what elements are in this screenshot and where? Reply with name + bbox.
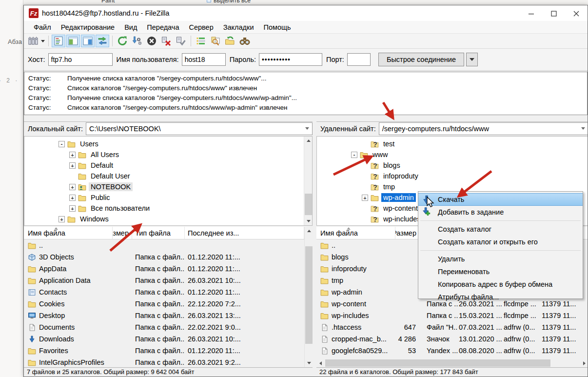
file-type-cell: Папка с ... — [420, 312, 458, 319]
toggle-remote-tree-button[interactable] — [81, 35, 95, 47]
toggle-queue-button[interactable] — [96, 35, 109, 47]
disconnect-button[interactable] — [159, 35, 173, 47]
quickconnect-button[interactable]: Быстрое соединение — [378, 53, 464, 66]
site-manager-button[interactable] — [27, 35, 45, 47]
scrollbar-thumb[interactable] — [325, 359, 550, 367]
tree-item-users[interactable]: -Users — [24, 139, 303, 149]
menu-edit[interactable]: Редактирование — [56, 22, 119, 33]
file-row[interactable]: AppDataПапка с файл...01.12.2020 11:... — [24, 263, 304, 275]
file-row[interactable]: ContactsПапка с файл...01.12.2020 11:... — [24, 286, 304, 298]
file-row[interactable]: .htaccess647Файл "H...07.03.2021 ...adfr… — [316, 321, 588, 333]
expander-icon[interactable]: + — [69, 152, 76, 158]
maximize-button[interactable] — [543, 5, 565, 21]
port-input[interactable] — [347, 53, 371, 66]
close-button[interactable] — [565, 5, 588, 21]
column-header-modified[interactable]: Последнее из... — [185, 227, 304, 239]
menu-help[interactable]: Помощь — [259, 22, 296, 33]
context-menu-item-delete[interactable]: Удалить — [418, 253, 583, 265]
column-header-size[interactable]: Размер — [113, 227, 132, 239]
file-row[interactable]: DocumentsПапка с файл...22.02.2021 9:0..… — [24, 321, 304, 333]
expander-icon[interactable]: - — [59, 141, 65, 147]
quickconnect-dropdown-button[interactable] — [466, 53, 478, 66]
tree-item-vse-polzovateli[interactable]: +Все пользователи — [24, 203, 303, 214]
expander-icon[interactable]: + — [69, 184, 76, 190]
context-menu-item-download[interactable]: Скачать — [418, 193, 583, 206]
tree-item-default-user[interactable]: Default User — [24, 171, 303, 181]
menu-transfer[interactable]: Передача — [142, 22, 184, 33]
file-row[interactable]: Application DataПапка с файл...26.03.202… — [24, 275, 304, 286]
menu-file[interactable]: Файл — [29, 22, 56, 33]
remote-list-hscrollbar[interactable] — [316, 359, 588, 367]
scroll-down-button[interactable] — [305, 359, 313, 367]
file-name-cell: Cookies — [24, 300, 113, 308]
expander-icon[interactable]: + — [69, 205, 76, 212]
compare-button[interactable] — [209, 35, 222, 47]
context-menu-item-file-attributes[interactable]: Атрибуты файла... — [418, 291, 583, 303]
scroll-down-button[interactable] — [304, 217, 313, 225]
scroll-right-button[interactable] — [580, 359, 588, 367]
tree-item-windows[interactable]: +Windows — [24, 214, 303, 224]
tree-item-notebook[interactable]: +NOTEBOOK — [24, 181, 303, 192]
scroll-up-button[interactable] — [304, 137, 313, 145]
tree-item-default[interactable]: +Default — [24, 160, 303, 171]
column-header-name[interactable]: Имя файла — [24, 227, 113, 239]
column-header-name[interactable]: Имя файла — [316, 227, 395, 239]
context-menu-item-rename[interactable]: Переименовать — [418, 265, 583, 278]
reconnect-button[interactable] — [174, 35, 188, 47]
toggle-message-log-button[interactable] — [52, 35, 65, 47]
refresh-button[interactable] — [116, 35, 129, 47]
context-menu-item-create-directory-open[interactable]: Создать каталог и открыть его — [418, 236, 583, 248]
cancel-operation-button[interactable] — [145, 35, 158, 47]
username-input[interactable] — [182, 53, 226, 66]
context-menu-item-copy-address[interactable]: Копировать адрес в буфер обмена — [418, 278, 583, 291]
tree-item-tmp[interactable]: ?tmp — [317, 181, 579, 192]
filezilla-logo-icon: Fz — [29, 8, 39, 18]
sync-browse-button[interactable] — [223, 35, 237, 47]
scrollbar-thumb[interactable] — [305, 246, 313, 344]
file-row[interactable]: cropped-mac_b...4 286Значок13.01.2020 ..… — [316, 333, 588, 345]
pane-splitter[interactable] — [313, 117, 316, 377]
file-row[interactable]: wp-includesПапка с ...15.03.2021 ...flcd… — [316, 310, 588, 321]
host-input[interactable] — [48, 53, 113, 66]
tree-item-blogs[interactable]: ?blogs — [317, 160, 579, 171]
password-input[interactable] — [259, 53, 322, 66]
tree-item-test[interactable]: ?test — [317, 139, 579, 149]
context-menu-item-create-directory[interactable]: Создать каталог — [418, 223, 583, 236]
file-row[interactable]: DownloadsПапка с файл...26.03.2021 10:..… — [24, 333, 304, 345]
file-row[interactable]: DesktopПапка с файл...26.03.2021 13:... — [24, 310, 304, 321]
expander-icon[interactable]: + — [362, 195, 368, 201]
remote-path-combo[interactable]: /sergey-computers.ru/htdocs/www — [379, 122, 588, 135]
expander-icon[interactable]: + — [59, 216, 65, 222]
find-files-button[interactable] — [238, 35, 252, 47]
file-name-cell: AppData — [24, 265, 113, 273]
expander-icon[interactable]: + — [69, 162, 76, 169]
local-list-scrollbar[interactable] — [304, 227, 313, 367]
scroll-up-button[interactable] — [305, 227, 313, 235]
process-queue-button[interactable] — [130, 35, 144, 47]
column-header-type[interactable]: Тип файла — [132, 227, 185, 239]
menu-server[interactable]: Сервер — [184, 22, 218, 33]
menu-view[interactable]: Вид — [119, 22, 142, 33]
local-path-combo[interactable]: C:\Users\NOTEBOOK\ — [86, 122, 313, 135]
tree-item-infoproduty[interactable]: ?infoproduty — [317, 171, 579, 181]
expander-icon[interactable]: - — [351, 152, 357, 158]
expander-icon[interactable]: + — [69, 195, 76, 201]
minimize-button[interactable] — [520, 5, 543, 21]
file-row[interactable]: CookiesПапка с файл...22.12.2020 7:2... — [24, 298, 304, 310]
local-tree-scrollbar[interactable] — [304, 137, 312, 225]
file-row[interactable]: IntelGraphicsProfilesПапка с файл...26.0… — [24, 357, 304, 367]
column-header-size[interactable]: Размер — [395, 227, 420, 239]
file-row[interactable]: .. — [24, 239, 304, 251]
scrollbar-thumb[interactable] — [305, 194, 312, 215]
toggle-local-tree-button[interactable] — [66, 35, 80, 47]
tree-item-all-users[interactable]: +All Users — [24, 149, 303, 160]
context-menu-item-add-to-queue[interactable]: Добавить в задание — [418, 206, 583, 218]
tree-item-www[interactable]: -www — [317, 149, 579, 160]
file-row[interactable]: FavoritesПапка с файл...01.12.2020 11:..… — [24, 345, 304, 357]
menu-bookmarks[interactable]: Закладки — [218, 22, 259, 33]
scroll-left-button[interactable] — [316, 359, 325, 367]
file-row[interactable]: googlefc8a0529...53Yandex ...08.08.2020 … — [316, 345, 588, 357]
tree-item-public[interactable]: +Public — [24, 192, 303, 203]
filter-button[interactable] — [194, 35, 208, 47]
file-row[interactable]: 3D ObjectsПапка с файл...01.12.2020 11:.… — [24, 251, 304, 263]
